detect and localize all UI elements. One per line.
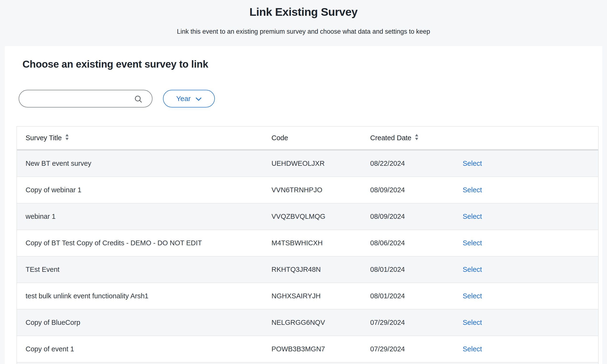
page-subtitle: Link this event to an existing premium s… — [0, 28, 607, 35]
survey-title-cell: TEst Event — [17, 257, 263, 283]
created-date-cell: 08/09/2024 — [362, 177, 454, 204]
survey-title-cell: Copy of BlueCorp — [17, 310, 263, 336]
page-title: Link Existing Survey — [0, 5, 607, 18]
chevron-down-icon — [196, 95, 202, 103]
created-date-cell: 08/01/2024 — [362, 257, 454, 283]
created-date-cell: 08/09/2024 — [362, 204, 454, 230]
search-icon — [134, 95, 143, 103]
select-link[interactable]: Select — [463, 319, 482, 326]
table-row: webinar 1 VVQZBVQLMQG 08/09/2024 Select — [17, 204, 598, 230]
created-date-cell: 08/22/2024 — [362, 150, 454, 177]
next-row-partial — [16, 363, 599, 364]
survey-code-cell: NELGRGG6NQV — [263, 310, 362, 336]
column-header-action — [454, 127, 598, 150]
survey-title-cell: Copy of event 1 — [17, 336, 263, 363]
select-link[interactable]: Select — [463, 292, 482, 300]
created-date-cell: 08/01/2024 — [362, 283, 454, 310]
column-header-code: Code — [263, 127, 362, 150]
column-header-created-date[interactable]: Created Date — [362, 127, 454, 150]
survey-title-cell: webinar 1 — [17, 204, 263, 230]
survey-code-cell: POWB3B3MGN7 — [263, 336, 362, 363]
survey-table: Survey Title Code — [16, 126, 599, 363]
action-cell: Select — [454, 336, 598, 363]
search-input[interactable] — [19, 90, 152, 107]
action-cell: Select — [454, 283, 598, 310]
select-link[interactable]: Select — [463, 186, 482, 194]
table-row: TEst Event RKHTQ3JR48N 08/01/2024 Select — [17, 257, 598, 283]
created-date-cell: 07/29/2024 — [362, 336, 454, 363]
page-header: Link Existing Survey Link this event to … — [0, 0, 607, 46]
table-row: Copy of webinar 1 VVN6TRNHPJO 08/09/2024… — [17, 177, 598, 204]
column-header-survey-title[interactable]: Survey Title — [17, 127, 263, 150]
survey-title-cell: New BT event survey — [17, 150, 263, 177]
created-date-header-label: Created Date — [370, 134, 411, 142]
action-cell: Select — [454, 177, 598, 204]
table-row: Copy of BlueCorp NELGRGG6NQV 07/29/2024 … — [17, 310, 598, 336]
action-cell: Select — [454, 257, 598, 283]
action-cell: Select — [454, 204, 598, 230]
content-card: Choose an existing event survey to link … — [5, 46, 602, 364]
select-link[interactable]: Select — [463, 266, 482, 273]
filter-controls: Year — [19, 90, 602, 107]
action-cell: Select — [454, 310, 598, 336]
survey-code-cell: UEHDWEOLJXR — [263, 150, 362, 177]
table-row: Copy of BT Test Copy of Credits - DEMO -… — [17, 230, 598, 257]
table-row: New BT event survey UEHDWEOLJXR 08/22/20… — [17, 150, 598, 177]
survey-code-cell: NGHXSAIRYJH — [263, 283, 362, 310]
survey-title-cell: Copy of webinar 1 — [17, 177, 263, 204]
select-link[interactable]: Select — [463, 159, 482, 167]
search-box[interactable] — [19, 90, 152, 107]
code-header-label: Code — [271, 134, 288, 142]
created-date-cell: 08/06/2024 — [362, 230, 454, 257]
survey-title-cell: Copy of BT Test Copy of Credits - DEMO -… — [17, 230, 263, 257]
year-filter-label: Year — [176, 95, 191, 103]
action-cell: Select — [454, 150, 598, 177]
action-cell: Select — [454, 230, 598, 257]
table-row: test bulk unlink event functionality Ars… — [17, 283, 598, 310]
select-link[interactable]: Select — [463, 239, 482, 247]
sort-icon[interactable] — [415, 134, 419, 142]
table-header-row: Survey Title Code — [17, 127, 598, 150]
survey-title-header-label: Survey Title — [26, 134, 62, 142]
survey-code-cell: RKHTQ3JR48N — [263, 257, 362, 283]
sort-icon[interactable] — [65, 134, 69, 142]
table-row: Copy of event 1 POWB3B3MGN7 07/29/2024 S… — [17, 336, 598, 363]
card-heading: Choose an existing event survey to link — [23, 59, 602, 70]
survey-code-cell: VVQZBVQLMQG — [263, 204, 362, 230]
survey-code-cell: M4TSBWHICXH — [263, 230, 362, 257]
select-link[interactable]: Select — [463, 213, 482, 220]
created-date-cell: 07/29/2024 — [362, 310, 454, 336]
survey-title-cell: test bulk unlink event functionality Ars… — [17, 283, 263, 310]
survey-table-body: New BT event survey UEHDWEOLJXR 08/22/20… — [17, 150, 598, 363]
select-link[interactable]: Select — [463, 345, 482, 353]
survey-code-cell: VVN6TRNHPJO — [263, 177, 362, 204]
year-filter-button[interactable]: Year — [163, 90, 215, 107]
